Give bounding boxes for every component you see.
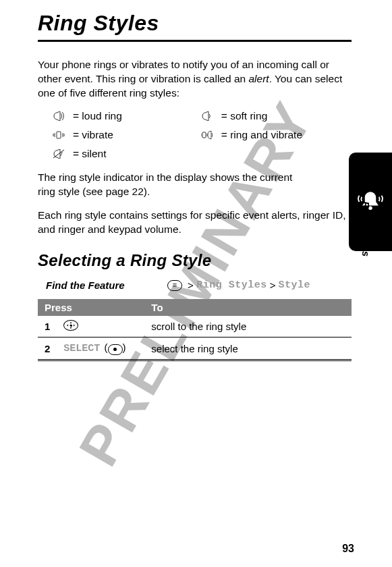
- page-content: Ring Styles Your phone rings or vibrates…: [0, 0, 392, 361]
- find-the-feature: Find the Feature > Ring Styles > Style: [46, 279, 352, 291]
- vibrate-label: = vibrate: [73, 129, 171, 141]
- nav-gt-2: >: [270, 279, 276, 291]
- page-title: Ring Styles: [38, 11, 352, 36]
- four-way-nav-icon: [63, 320, 78, 331]
- nav-gt-1: >: [188, 279, 194, 291]
- intro-alert-word: alert: [248, 73, 269, 84]
- table-head-press: Press: [38, 299, 144, 316]
- table-row: 2 SELECT () select the ring style: [38, 338, 352, 360]
- paragraph-settings: Each ring style contains settings for sp…: [38, 209, 352, 237]
- table-row: 1 scroll to the ring style: [38, 316, 352, 338]
- svg-point-3: [70, 325, 72, 327]
- sidebar-label: Ring Styles: [360, 201, 372, 256]
- paragraph-indicator: The ring style indicator in the display …: [38, 171, 352, 199]
- menu-icon: [167, 280, 182, 291]
- soft-ring-label: = soft ring: [221, 110, 352, 122]
- step-number: 2: [38, 338, 57, 360]
- select-label: SELECT: [63, 343, 100, 354]
- ring-and-vibrate-icon: [201, 130, 213, 140]
- nav-ring-styles: Ring Styles: [196, 279, 267, 291]
- ring-style-list: = loud ring = soft ring = vibrate = ring…: [53, 110, 352, 160]
- svg-rect-1: [57, 132, 61, 138]
- step-to: select the ring style: [144, 338, 352, 360]
- silent-label: = silent: [73, 148, 171, 160]
- step-number: 1: [38, 316, 57, 338]
- step-to: scroll to the ring style: [144, 316, 352, 338]
- soft-ring-icon: [201, 111, 213, 121]
- intro-paragraph: Your phone rings or vibrates to notify y…: [38, 58, 352, 101]
- loud-ring-label: = loud ring: [73, 110, 171, 122]
- nav-style: Style: [279, 279, 311, 291]
- step-press: [57, 316, 144, 338]
- ring-and-vibrate-label: = ring and vibrate: [221, 129, 352, 141]
- ok-button-icon: [108, 344, 123, 355]
- svg-rect-2: [202, 132, 206, 138]
- loud-ring-icon: [53, 111, 65, 121]
- vibrate-icon: [53, 130, 65, 140]
- step-press: SELECT (): [57, 338, 144, 360]
- title-rule: [38, 40, 352, 42]
- silent-icon: [53, 149, 65, 159]
- page-number: 93: [342, 543, 354, 555]
- find-feature-label: Find the Feature: [46, 279, 165, 291]
- table-head-to: To: [144, 299, 352, 316]
- steps-table: Press To 1 scroll to the ring style: [38, 299, 352, 361]
- section-heading: Selecting a Ring Style: [38, 251, 352, 270]
